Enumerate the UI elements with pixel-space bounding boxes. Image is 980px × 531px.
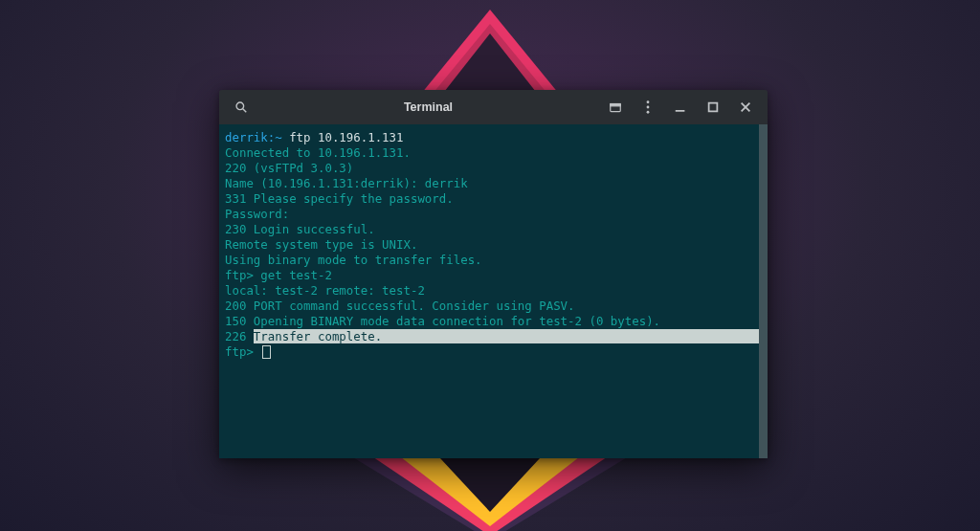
terminal-line: ftp> [225,344,768,360]
svg-point-15 [647,111,650,114]
menu-icon[interactable] [634,93,662,122]
terminal-line: derrik:~ ftp 10.196.1.131 [225,130,768,145]
svg-point-14 [647,106,650,109]
terminal-line: ftp> get test-2 [225,268,768,283]
terminal-line: Using binary mode to transfer files. [225,253,768,268]
terminal-line: 220 (vsFTPd 3.0.3) [225,161,768,176]
terminal-line: 226 Transfer complete. [225,329,768,344]
minimize-button[interactable] [666,93,695,122]
terminal-line: 200 PORT command successful. Consider us… [225,299,768,314]
terminal-line: Remote system type is UNIX. [225,237,768,253]
svg-point-9 [236,102,244,110]
window-title: Terminal [256,100,601,114]
terminal-line: 331 Please specify the password. [225,191,768,207]
terminal-output[interactable]: derrik:~ ftp 10.196.1.131Connected to 10… [219,124,768,458]
title-bar: Terminal [219,90,768,124]
svg-rect-17 [709,103,718,112]
svg-rect-12 [611,104,621,106]
terminal-line: 150 Opening BINARY mode data connection … [225,314,768,329]
terminal-line: Name (10.196.1.131:derrik): derrik [225,176,768,191]
text-cursor [262,345,271,359]
scrollbar[interactable] [759,124,768,458]
maximize-button[interactable] [699,93,727,122]
terminal-window: Terminal [219,90,768,458]
svg-point-13 [647,100,650,103]
svg-line-10 [243,109,247,113]
close-button[interactable] [731,93,760,122]
terminal-line: Password: [225,207,768,222]
terminal-line: local: test-2 remote: test-2 [225,283,768,299]
terminal-line: Connected to 10.196.1.131. [225,145,768,161]
search-icon[interactable] [227,93,256,122]
terminal-line: 230 Login successful. [225,222,768,237]
new-tab-icon[interactable] [601,93,630,122]
